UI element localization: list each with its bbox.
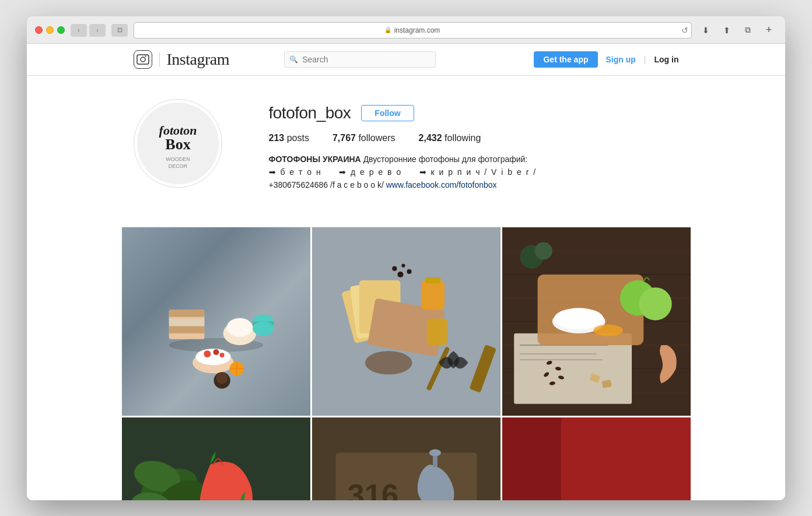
instagram-page: Instagram 🔍 Get the app Sign up | Log in [27,44,785,500]
nav-buttons: ‹ › [71,24,106,37]
svg-rect-34 [425,277,440,283]
browser-chrome: ‹ › ⊡ 🔒 instagram.com ↺ ⬇ ⬆ ⧉ + [27,16,785,44]
url-text: instagram.com [394,26,440,34]
svg-rect-68 [601,380,611,388]
browser-toolbar-right: ⬇ ⬆ ⧉ + [698,24,777,37]
new-tab-button[interactable]: + [761,24,777,37]
username: fotofon_box [269,104,351,122]
close-button[interactable] [35,26,43,34]
address-bar[interactable]: 🔒 instagram.com ↺ [134,22,692,38]
search-wrapper: 🔍 [284,51,436,68]
svg-text:DECOR: DECOR [168,163,187,169]
logo-divider [159,52,160,66]
svg-point-41 [365,351,412,374]
photo-grid: 316 AO [122,227,691,500]
forward-button[interactable]: › [89,24,106,37]
instagram-header-inner: Instagram 🔍 Get the app Sign up | Log in [122,44,691,75]
followers-stat: 7,767 followers [332,133,396,143]
instagram-camera-icon [134,50,152,69]
svg-rect-0 [137,55,149,64]
svg-point-66 [593,324,622,336]
svg-text:WOODEN: WOODEN [166,156,190,162]
svg-point-37 [397,271,403,277]
get-app-button[interactable]: Get the app [534,51,597,68]
followers-count: 7,767 [332,133,356,143]
minimize-button[interactable] [46,26,54,34]
search-input[interactable] [284,51,436,68]
following-count: 2,432 [419,133,442,143]
profile-avatar: fototon Box WOODEN DECOR [134,99,222,188]
svg-point-16 [195,349,231,365]
bio-line1: ФОТОФОНЫ УКРАИНА Двусторонние фотофоны д… [269,153,572,166]
bio: ФОТОФОНЫ УКРАИНА Двусторонние фотофоны д… [269,153,572,192]
svg-rect-84 [502,417,561,500]
svg-rect-2 [145,55,146,57]
windows-button[interactable]: ⧉ [740,24,756,37]
svg-text:Box: Box [165,136,190,153]
svg-text:316: 316 [347,478,398,500]
follow-button[interactable]: Follow [361,105,414,121]
instagram-wordmark: Instagram [167,50,229,69]
svg-point-25 [253,321,274,335]
svg-rect-35 [426,318,447,345]
instagram-header: Instagram 🔍 Get the app Sign up | Log in [27,44,785,76]
svg-point-58 [639,287,672,321]
profile-section: fototon Box WOODEN DECOR fotofon_box Fol… [122,76,691,209]
grid-item-6[interactable] [502,417,691,500]
browser-titlebar: ‹ › ⊡ 🔒 instagram.com ↺ ⬇ ⬆ ⧉ + [35,22,777,38]
posts-label: posts [287,133,309,143]
svg-point-60 [554,308,603,329]
grid-item-2[interactable] [312,227,501,416]
svg-point-18 [213,349,219,355]
sign-up-link[interactable]: Sign up [606,55,636,64]
following-label: following [444,133,481,143]
followers-label: followers [358,133,395,143]
stats-row: 213 posts 7,767 followers 2,432 followin… [269,133,679,143]
grid-item-3[interactable] [502,227,691,416]
bio-link[interactable]: www.facebook.com/fotofonbox [386,180,497,189]
tab-view-button[interactable]: ⊡ [111,24,128,37]
bio-line2: ➡ б е т о н ➡ д е р е в о ➡ к и р п и ч … [269,166,572,178]
posts-stat: 213 posts [269,133,309,143]
back-button[interactable]: ‹ [71,24,87,37]
traffic-lights [35,26,65,34]
profile-top: fototon Box WOODEN DECOR fotofon_box Fol… [134,99,679,192]
svg-point-19 [219,353,224,357]
svg-rect-12 [169,326,204,333]
svg-point-1 [141,57,145,62]
username-row: fotofon_box Follow [269,104,679,122]
header-actions: Get the app Sign up | Log in [534,51,678,68]
address-bar-container: 🔒 instagram.com ↺ [134,22,692,38]
svg-rect-11 [169,318,204,325]
svg-point-40 [401,264,405,267]
svg-rect-10 [169,310,204,317]
maximize-button[interactable] [57,26,65,34]
svg-point-17 [204,350,211,357]
browser-window: ‹ › ⊡ 🔒 instagram.com ↺ ⬇ ⬆ ⧉ + [27,16,785,500]
address-bar-inner: 🔒 instagram.com [384,26,440,34]
grid-item-5[interactable]: 316 AO [312,417,501,500]
grid-item-4[interactable] [122,417,310,500]
svg-point-39 [392,266,397,271]
bio-line3: +380675624686 /f a c e b o o k/ www.face… [269,178,572,191]
bio-line1-rest: Двусторонние фотофоны для фотографий: [363,155,528,164]
profile-info: fotofon_box Follow 213 posts 7,767 follo… [269,99,679,192]
bio-brand: ФОТОФОНЫ УКРАИНА [269,155,361,164]
following-stat: 2,432 following [419,133,481,143]
header-divider: | [644,55,646,64]
download-button[interactable]: ⬇ [698,24,714,37]
svg-point-38 [407,269,411,273]
grid-item-1[interactable] [122,227,310,416]
instagram-logo-area: Instagram [134,50,229,69]
share-button[interactable]: ⬆ [719,24,735,37]
log-in-link[interactable]: Log in [654,55,678,64]
svg-rect-33 [421,280,444,310]
svg-point-27 [216,372,228,384]
reload-button[interactable]: ↺ [681,26,688,35]
svg-point-81 [429,449,440,456]
lock-icon: 🔒 [384,27,391,33]
posts-count: 213 [269,133,285,143]
svg-point-70 [534,242,552,259]
svg-point-14 [226,318,252,336]
